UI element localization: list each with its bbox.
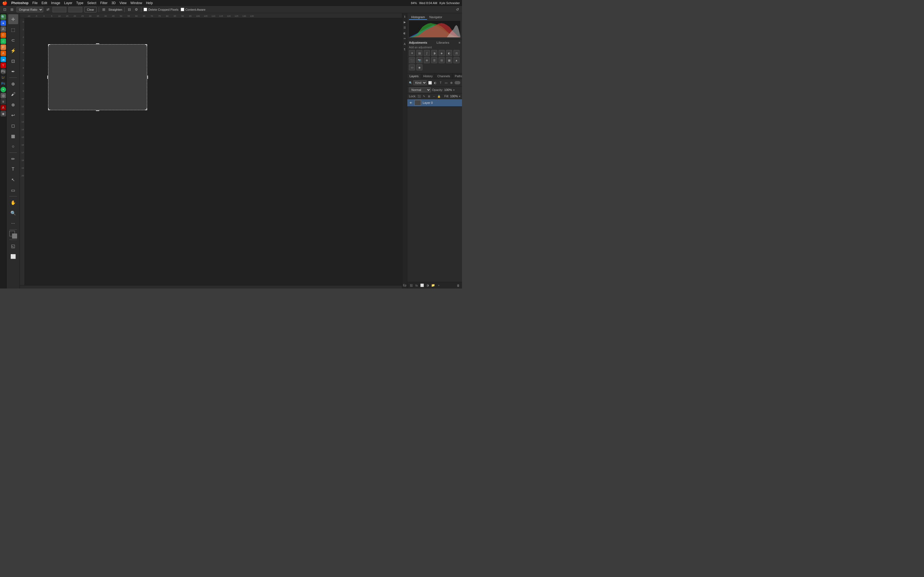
menu-view[interactable]: View: [120, 1, 126, 5]
tab-navigator[interactable]: Navigator: [427, 15, 444, 20]
menu-edit[interactable]: Edit: [42, 1, 47, 5]
marquee-tool[interactable]: ⬚: [8, 25, 18, 35]
filter-adj-icon[interactable]: ◐: [433, 81, 437, 85]
add-group-btn[interactable]: 📁: [431, 283, 435, 288]
lock-pixel-icon[interactable]: ⬛: [417, 94, 421, 98]
crop-tool[interactable]: ⊡: [8, 56, 18, 66]
lock-move-icon[interactable]: ↔: [432, 94, 436, 98]
panel-icon-info[interactable]: ℹ: [402, 14, 407, 19]
add-mask-btn[interactable]: ⬜: [420, 283, 424, 288]
adj-channel-mixer[interactable]: ⊕: [424, 57, 430, 63]
more-tools[interactable]: ···: [8, 218, 18, 228]
dock-app4[interactable]: A: [0, 50, 6, 56]
adj-photo-filter[interactable]: 📷: [416, 57, 422, 63]
spot-heal-tool[interactable]: ⊕: [8, 79, 18, 89]
color-swatch[interactable]: [9, 231, 17, 239]
dock-lr[interactable]: Lr: [0, 75, 6, 80]
tab-histogram[interactable]: Histogram: [409, 15, 427, 20]
adj-posterize[interactable]: ▦: [446, 57, 452, 63]
tab-layers[interactable]: Layers: [407, 73, 421, 79]
crop-handle-mid-right[interactable]: [147, 76, 148, 79]
dock-app10[interactable]: ◈: [0, 111, 6, 116]
tab-channels[interactable]: Channels: [435, 73, 452, 79]
crop-handle-mid-left[interactable]: [47, 76, 48, 79]
add-layer-btn[interactable]: ＋: [436, 283, 441, 288]
menu-layer[interactable]: Layer: [64, 1, 72, 5]
wand-tool[interactable]: ⚡: [8, 46, 18, 55]
panel-icon-para[interactable]: ¶: [402, 47, 407, 52]
unconstrained-icon[interactable]: ⊞: [9, 7, 14, 12]
adj-selective-color[interactable]: ◉: [416, 64, 422, 70]
crop-handle-top-mid[interactable]: [96, 44, 99, 45]
lock-all-icon[interactable]: 🔒: [437, 94, 441, 98]
adj-threshold[interactable]: ▲: [454, 57, 460, 63]
filter-type-icon[interactable]: T: [439, 81, 443, 85]
blend-mode-select[interactable]: Normal: [409, 87, 431, 92]
dock-finder[interactable]: 🔍: [0, 14, 6, 20]
panel-icon-char[interactable]: A: [402, 42, 407, 46]
pen-tool[interactable]: ✏: [8, 154, 18, 164]
dock-app1[interactable]: A: [0, 26, 6, 32]
crop-handle-bottom-right[interactable]: [145, 108, 147, 110]
history-brush-tool[interactable]: ↩: [8, 110, 18, 120]
crop-handle-bottom-mid[interactable]: [96, 110, 99, 111]
adj-bw[interactable]: ⬛: [409, 57, 415, 63]
content-aware-checkbox[interactable]: Content-Aware: [181, 8, 205, 11]
dock-ps2[interactable]: Ps: [0, 81, 6, 86]
swap-icon[interactable]: ⇄: [45, 7, 50, 12]
zoom-tool[interactable]: 🔍: [8, 208, 18, 218]
dock-app2[interactable]: ©: [0, 32, 6, 38]
adj-levels[interactable]: ▤: [416, 50, 422, 56]
crop-overlay[interactable]: [48, 44, 147, 110]
dock-app8[interactable]: ◎: [0, 93, 6, 98]
delete-cropped-checkbox[interactable]: Delete Cropped Pixels: [144, 8, 178, 11]
document-canvas[interactable]: [25, 18, 402, 285]
menu-file[interactable]: File: [32, 1, 38, 5]
menu-help[interactable]: Help: [146, 1, 153, 5]
adj-color-lookup[interactable]: ☰: [431, 57, 437, 63]
grid-icon[interactable]: ⊞: [101, 7, 106, 12]
tab-paths[interactable]: Paths: [453, 73, 462, 79]
add-adj-btn[interactable]: ◑: [425, 283, 430, 288]
move-tool[interactable]: ✛: [8, 14, 18, 24]
dock-app6[interactable]: Y: [0, 63, 6, 68]
overlay-icon[interactable]: ⊟: [127, 7, 132, 12]
clear-button[interactable]: Clear: [84, 7, 97, 12]
menu-window[interactable]: Window: [130, 1, 142, 5]
background-color[interactable]: [12, 234, 17, 239]
opacity-chevron[interactable]: ▾: [453, 89, 455, 92]
tab-history[interactable]: History: [421, 73, 435, 79]
gradient-tool[interactable]: ▦: [8, 131, 18, 141]
dodge-tool[interactable]: ○: [8, 142, 18, 152]
panel-icon-layers2[interactable]: ☰: [402, 25, 407, 30]
dock-safari[interactable]: ●: [0, 20, 6, 26]
adj-curves[interactable]: ∫: [424, 50, 430, 56]
filter-shape-icon[interactable]: ▭: [444, 81, 448, 85]
layer-kind-select[interactable]: Kind: [414, 80, 427, 85]
adj-gradient-map[interactable]: ▭: [409, 64, 415, 70]
width-input[interactable]: [53, 7, 66, 12]
adj-exposure[interactable]: ◑: [431, 50, 437, 56]
panel-icon-brush[interactable]: ✏: [402, 36, 407, 41]
filter-toggle[interactable]: [455, 81, 460, 84]
adj-brightness[interactable]: ☀: [409, 50, 415, 56]
add-style-btn[interactable]: fx: [414, 283, 419, 288]
dock-acrobat[interactable]: A: [0, 105, 6, 110]
layer-visibility-toggle[interactable]: 👁: [409, 101, 413, 105]
menu-type[interactable]: Type: [76, 1, 83, 5]
crop-handle-top-right[interactable]: [145, 44, 147, 47]
fill-value[interactable]: 100%: [450, 95, 458, 98]
crop-handle-bottom-left[interactable]: [48, 108, 50, 110]
menu-select[interactable]: Select: [87, 1, 96, 5]
dock-app3[interactable]: P: [0, 45, 6, 50]
menu-image[interactable]: Image: [51, 1, 60, 5]
panel-icon-nav[interactable]: ▶: [402, 20, 407, 24]
crop-tool-icon[interactable]: ⊡: [2, 7, 7, 12]
libraries-title[interactable]: Libraries: [436, 41, 449, 44]
crop-handle-top-left[interactable]: [48, 44, 50, 47]
filter-smart-icon[interactable]: ⊕: [449, 81, 454, 85]
fill-chevron[interactable]: ▾: [459, 95, 460, 98]
undo-icon[interactable]: ↺: [455, 7, 460, 12]
dock-app5[interactable]: ☁: [0, 56, 6, 62]
shape-tool[interactable]: ▭: [8, 185, 18, 195]
